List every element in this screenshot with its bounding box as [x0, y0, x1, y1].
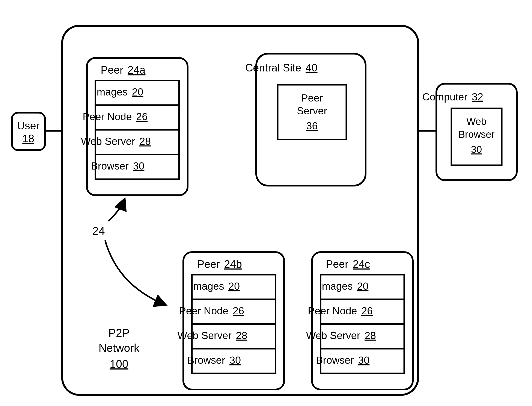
peer-b-row-0-ref: 20: [228, 281, 240, 292]
network-ref: 100: [110, 358, 128, 370]
peer-c-row-1: Peer Node 26: [308, 299, 404, 324]
peer-b-row-0-label: Images: [190, 281, 224, 292]
peer-c-row-3: Browser 30: [316, 349, 404, 373]
peer-b-row-1-label: Peer Node: [179, 305, 228, 317]
peer-b-row-2-ref: 28: [236, 330, 247, 341]
peer-server-label1: Peer: [301, 92, 323, 104]
peer-server-label2: Server: [297, 105, 327, 116]
computer-ref: 32: [472, 91, 483, 102]
peer-a-row-1-ref: 26: [136, 111, 148, 122]
peer-c-row-2: Web Server 28: [306, 324, 404, 349]
peer-a-title: Peer: [100, 64, 123, 76]
peer-b-row-3: Browser 30: [187, 349, 276, 373]
peer-c-row-2-label: Web Server: [306, 330, 360, 341]
web-browser-label1: Web: [466, 116, 487, 127]
central-ref: 40: [305, 62, 318, 74]
peer-a-row-0: Images 20: [94, 80, 179, 105]
peer-b-box: Peer 24b Images 20 Peer Node 26 Web Serv…: [177, 252, 284, 390]
peer-a-row-0-ref: 20: [132, 86, 143, 98]
network-label1: P2P: [108, 326, 129, 339]
peer-a-row-0-label: Images: [94, 86, 128, 98]
peer-a-row-3: Browser 30: [91, 154, 179, 179]
user-label: User: [17, 120, 40, 132]
peer-c-row-2-ref: 28: [365, 330, 376, 341]
peer-b-title: Peer: [197, 258, 220, 270]
user-box: User 18: [12, 113, 45, 150]
peer-b-row-1-ref: 26: [233, 305, 244, 317]
peer-c-row-0: Images 20: [319, 275, 404, 299]
callout-24: 24: [92, 225, 105, 237]
peer-a-row-3-ref: 30: [133, 160, 144, 172]
peer-a-ref: 24a: [128, 64, 146, 76]
network-label2: Network: [99, 342, 140, 354]
peer-a-row-2-ref: 28: [139, 136, 151, 147]
peer-c-row-0-label: Images: [319, 281, 353, 292]
peer-a-row-1: Peer Node 26: [83, 105, 179, 130]
peer-c-ref: 24c: [353, 258, 370, 270]
central-title: Central Site: [245, 62, 301, 74]
peer-b-row-2: Web Server 28: [177, 324, 276, 349]
peer-c-row-3-label: Browser: [316, 355, 354, 366]
peer-c-box: Peer 24c Images 20 Peer Node 26 Web Serv…: [306, 252, 413, 390]
peer-c-row-1-ref: 26: [361, 305, 373, 317]
peer-c-row-3-ref: 30: [358, 355, 369, 366]
peer-server-ref: 36: [306, 120, 318, 131]
peer-a-row-3-label: Browser: [91, 160, 129, 172]
peer-b-row-1: Peer Node 26: [179, 299, 276, 324]
peer-b-row-2-label: Web Server: [177, 330, 232, 341]
peer-c-title: Peer: [326, 258, 348, 270]
peer-c-row-0-ref: 20: [357, 281, 368, 292]
central-site-box: Central Site 40 Peer Server 36: [245, 54, 366, 186]
web-browser-label2: Browser: [458, 129, 495, 140]
peer-a-row-2-label: Web Server: [81, 136, 135, 147]
peer-a-row-1-label: Peer Node: [83, 111, 132, 122]
peer-b-ref: 24b: [224, 258, 242, 270]
user-ref: 18: [22, 133, 34, 145]
peer-b-row-3-ref: 30: [229, 355, 241, 366]
peer-a-row-2: Web Server 28: [81, 130, 179, 154]
computer-title: Computer: [422, 91, 468, 102]
peer-b-row-0: Images 20: [190, 275, 276, 299]
peer-a-box: Peer 24a Images 20 Peer Node 26 Web Serv…: [81, 58, 188, 195]
peer-b-row-3-label: Browser: [187, 355, 225, 366]
web-browser-ref: 30: [471, 144, 482, 155]
computer-box: Computer 32 Web Browser 30: [422, 84, 517, 180]
peer-c-row-1-label: Peer Node: [308, 305, 357, 317]
